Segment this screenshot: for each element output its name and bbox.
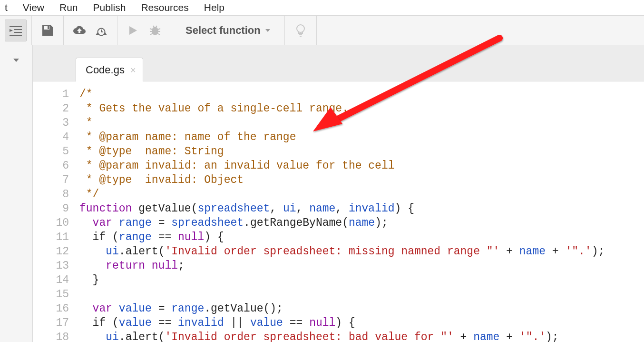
- deploy-cloud-button[interactable]: [68, 20, 90, 41]
- triggers-clock-button[interactable]: [90, 20, 112, 41]
- svg-line-15: [150, 29, 152, 30]
- svg-point-14: [152, 27, 158, 35]
- toolbar: Select function: [0, 15, 644, 45]
- tab-label: Code.gs: [86, 64, 125, 76]
- svg-point-23: [297, 25, 304, 32]
- debug-button[interactable]: [144, 20, 166, 41]
- lightbulb-button[interactable]: [290, 20, 312, 41]
- menu-resources[interactable]: Resources: [133, 2, 196, 13]
- menu-edit-truncated[interactable]: t: [0, 2, 15, 13]
- svg-rect-3: [10, 35, 22, 36]
- gutter: 123456789101112131415161718: [33, 81, 76, 342]
- workarea: Code.gs × 123456789101112131415161718 /*…: [0, 45, 644, 342]
- svg-rect-2: [14, 32, 22, 33]
- side-panel: [0, 45, 33, 342]
- menu-view[interactable]: View: [15, 2, 52, 13]
- svg-line-22: [156, 26, 157, 27]
- svg-line-19: [150, 33, 153, 35]
- tab-strip: Code.gs ×: [33, 45, 644, 81]
- run-button[interactable]: [122, 20, 144, 41]
- svg-marker-13: [129, 26, 137, 35]
- chevron-down-icon: [265, 29, 270, 32]
- editor-column: Code.gs × 123456789101112131415161718 /*…: [33, 45, 644, 342]
- svg-rect-6: [48, 26, 49, 29]
- svg-line-20: [157, 33, 160, 35]
- code-lines[interactable]: /* * Gets the value of a single-cell ran…: [76, 81, 644, 342]
- side-dropdown-caret[interactable]: [13, 59, 19, 62]
- indent-button[interactable]: [5, 20, 27, 41]
- select-function-label: Select function: [185, 24, 261, 37]
- tab-code-gs[interactable]: Code.gs ×: [76, 58, 143, 81]
- menubar: t View Run Publish Resources Help: [0, 0, 644, 15]
- svg-rect-8: [78, 30, 80, 33]
- save-button[interactable]: [37, 20, 59, 41]
- svg-line-16: [158, 29, 160, 30]
- select-function-dropdown[interactable]: Select function: [176, 24, 280, 37]
- svg-line-21: [153, 26, 154, 27]
- menu-run[interactable]: Run: [52, 2, 86, 13]
- svg-rect-1: [14, 29, 22, 30]
- menu-publish[interactable]: Publish: [86, 2, 134, 13]
- svg-rect-0: [10, 26, 22, 27]
- svg-marker-4: [10, 29, 13, 32]
- menu-help[interactable]: Help: [196, 2, 232, 13]
- code-editor[interactable]: 123456789101112131415161718 /* * Gets th…: [33, 81, 644, 342]
- close-icon[interactable]: ×: [130, 65, 136, 75]
